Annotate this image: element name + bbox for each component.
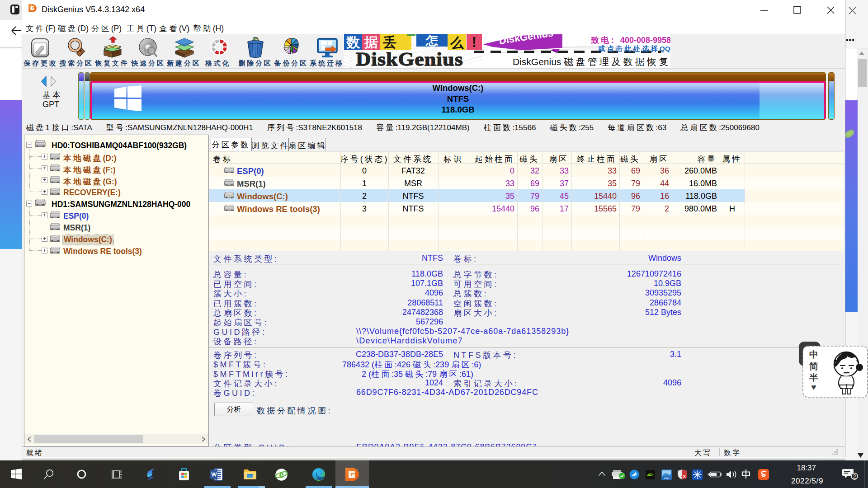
svg-text:2: 2 [853, 474, 856, 480]
svg-text:intel: intel [664, 477, 669, 479]
svg-text:e: e [279, 469, 284, 480]
